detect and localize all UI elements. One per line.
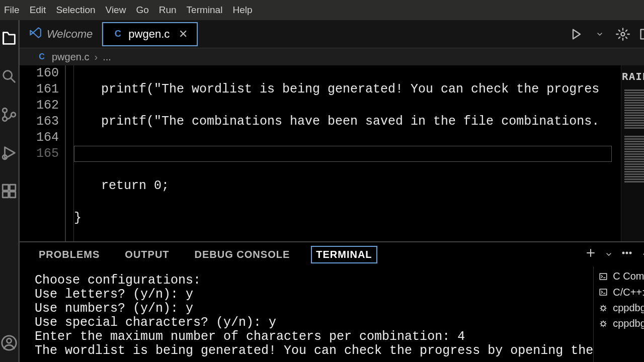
panel-tab-problems[interactable]: PROBLEMS (35, 247, 104, 262)
tab-pwgen[interactable]: C pwgen.c ✕ (102, 22, 198, 46)
bug-icon (598, 304, 609, 313)
breadcrumb-more: ... (103, 51, 111, 63)
run-debug-icon[interactable] (0, 144, 18, 162)
search-icon[interactable] (0, 67, 18, 85)
vscode-icon (29, 26, 42, 42)
menubar: File Edit Selection View Go Run Terminal… (0, 0, 644, 20)
menu-selection[interactable]: Selection (56, 5, 95, 16)
explorer-icon[interactable] (0, 29, 18, 47)
terminal-icon (598, 272, 609, 281)
svg-rect-19 (600, 274, 607, 280)
panel-tab-terminal[interactable]: TERMINAL (311, 246, 377, 263)
gear-icon[interactable] (616, 27, 630, 41)
close-icon[interactable]: ✕ (179, 28, 188, 41)
code-editor[interactable]: 160 161 162 163 164 165 printf("The word… (20, 65, 644, 241)
svg-rect-7 (3, 192, 8, 197)
split-editor-icon[interactable] (639, 27, 644, 41)
activity-bar (0, 20, 19, 362)
panel-tab-output[interactable]: OUTPUT (121, 247, 173, 262)
bottom-panel: PROBLEMS OUTPUT DEBUG CONSOLE TERMINAL (20, 241, 644, 362)
panel-tab-debug[interactable]: DEBUG CONSOLE (191, 247, 294, 262)
tab-welcome[interactable]: Welcome (20, 22, 102, 46)
panel-tabs: PROBLEMS OUTPUT DEBUG CONSOLE TERMINAL (20, 242, 644, 266)
extensions-icon[interactable] (0, 182, 18, 200)
c-file-icon: C (37, 52, 47, 62)
svg-point-18 (630, 252, 631, 254)
terminal-item-2[interactable]: C/C++: ... ✓ (594, 284, 644, 300)
menu-run[interactable]: Run (159, 5, 177, 16)
svg-point-11 (621, 32, 625, 36)
menu-terminal[interactable]: Terminal (187, 5, 223, 16)
menu-view[interactable]: View (106, 5, 126, 16)
tab-pwgen-label: pwgen.c (128, 28, 170, 41)
terminal-list: C Compiler... C/C++: ... ✓ cppdbg: p... … (594, 266, 644, 362)
menu-edit[interactable]: Edit (30, 5, 46, 16)
terminal-dropdown-icon[interactable] (605, 247, 613, 261)
new-terminal-icon[interactable] (585, 247, 597, 262)
terminal-item-1[interactable]: C Compiler... (594, 268, 644, 284)
menu-help[interactable]: Help (232, 5, 252, 16)
svg-point-10 (7, 338, 11, 343)
code-area[interactable]: printf("The wordlist is being generated!… (74, 65, 621, 241)
chevron-right-icon: › (95, 51, 98, 63)
terminal-item-4[interactable]: cppdbg: p... (594, 316, 644, 331)
svg-point-17 (626, 252, 628, 254)
accounts-icon[interactable] (0, 334, 18, 352)
panel-maximize-icon[interactable] (641, 247, 644, 261)
svg-rect-12 (641, 29, 644, 39)
chevron-down-icon[interactable] (593, 27, 607, 41)
indent-guide (65, 65, 74, 241)
run-file-icon[interactable] (570, 27, 584, 41)
terminal-item-3[interactable]: cppdbg: p... (594, 300, 644, 316)
breadcrumb[interactable]: C pwgen.c › ... (20, 48, 644, 65)
svg-rect-5 (3, 185, 8, 190)
terminal-icon (598, 288, 609, 297)
svg-point-16 (623, 252, 624, 254)
menu-go[interactable]: Go (136, 5, 148, 16)
svg-rect-8 (10, 192, 15, 197)
svg-rect-6 (10, 185, 15, 190)
source-control-icon[interactable] (0, 106, 18, 124)
svg-point-0 (4, 71, 12, 79)
minimap-title: RAIDER (622, 68, 644, 84)
panel-more-icon[interactable] (621, 247, 633, 262)
breadcrumb-file: pwgen.c (52, 51, 90, 63)
tab-welcome-label: Welcome (47, 28, 93, 41)
c-file-icon: C (112, 29, 123, 40)
bug-icon (598, 319, 609, 328)
menu-file[interactable]: File (4, 5, 20, 16)
tab-bar: Welcome C pwgen.c ✕ (20, 20, 644, 48)
minimap[interactable]: RAIDER (621, 65, 644, 241)
svg-rect-20 (600, 289, 607, 295)
line-gutter: 160 161 162 163 164 165 (20, 65, 65, 241)
terminal-output[interactable]: Choose configurations: Use letters? (y/n… (20, 266, 594, 362)
